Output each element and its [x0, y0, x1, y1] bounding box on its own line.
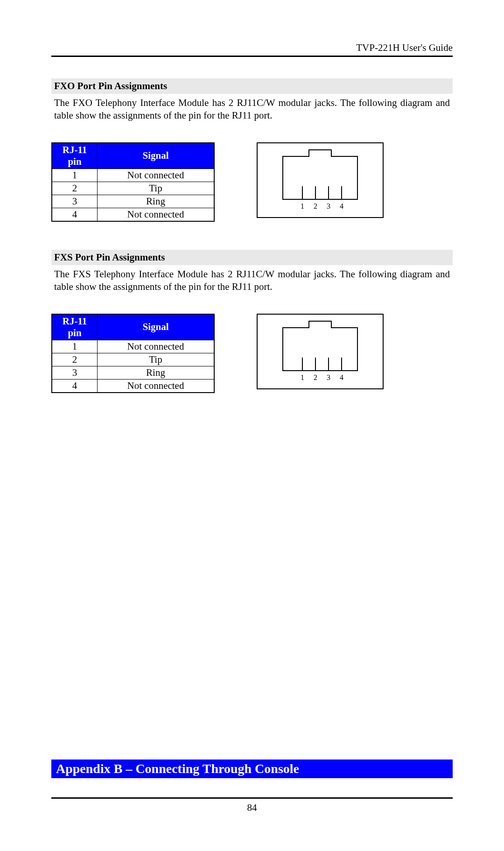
table-row: 2 Tip: [52, 182, 214, 195]
fxs-pin: 4: [52, 379, 98, 393]
bottom-rule: [51, 797, 453, 799]
diagram-pin-label: 1: [301, 202, 304, 210]
fxo-th-pin: RJ-11 pin: [52, 143, 98, 169]
fxs-th-signal: Signal: [98, 314, 215, 340]
fxo-section-title: FXO Port Pin Assignments: [51, 78, 453, 94]
fxo-paragraph: The FXO Telephony Interface Module has 2…: [51, 97, 453, 122]
appendix-title-bar: Appendix B – Connecting Through Console: [51, 760, 453, 778]
table-row: 1 Not connected: [52, 169, 214, 182]
fxo-signal: Ring: [98, 195, 215, 208]
fxo-pin: 4: [52, 208, 98, 221]
fxo-pin: 2: [52, 182, 98, 195]
fxo-pin-table: RJ-11 pin Signal 1 Not connected 2 Tip 3…: [51, 142, 215, 222]
page: TVP-221H User's Guide FXO Port Pin Assig…: [0, 0, 504, 851]
fxs-pin: 2: [52, 353, 98, 366]
fxo-signal: Not connected: [98, 169, 215, 182]
page-number: 84: [0, 802, 504, 814]
fxs-rj11-diagram: 1 2 3 4: [257, 314, 384, 389]
fxs-signal: Tip: [98, 353, 215, 366]
fxs-signal: Ring: [98, 366, 215, 379]
table-row: 1 Not connected: [52, 340, 214, 353]
table-row: 4 Not connected: [52, 208, 214, 221]
diagram-pin-label: 3: [327, 202, 330, 210]
diagram-pin-label: 2: [314, 202, 317, 210]
fxo-pin: 3: [52, 195, 98, 208]
fxs-pin: 3: [52, 366, 98, 379]
fxo-signal: Tip: [98, 182, 215, 195]
fxs-pin-table: RJ-11 pin Signal 1 Not connected 2 Tip 3…: [51, 314, 215, 393]
fxs-paragraph: The FXS Telephony Interface Module has 2…: [51, 268, 453, 293]
fxs-signal: Not connected: [98, 340, 215, 353]
fxs-pin: 1: [52, 340, 98, 353]
top-rule: [51, 56, 453, 57]
diagram-pin-label: 4: [340, 202, 343, 210]
table-row: 2 Tip: [52, 353, 214, 366]
fxo-rj11-diagram: 1 2 3 4: [257, 142, 384, 218]
table-row: 3 Ring: [52, 366, 214, 379]
table-row: 4 Not connected: [52, 379, 214, 393]
fxs-content-row: RJ-11 pin Signal 1 Not connected 2 Tip 3…: [51, 314, 453, 393]
fxs-signal: Not connected: [98, 379, 215, 393]
fxo-content-row: RJ-11 pin Signal 1 Not connected 2 Tip 3…: [51, 142, 453, 222]
diagram-pin-label: 1: [301, 373, 304, 381]
diagram-pin-label: 2: [314, 373, 317, 381]
table-row: 3 Ring: [52, 195, 214, 208]
fxo-signal: Not connected: [98, 208, 215, 221]
diagram-pin-label: 3: [327, 373, 330, 381]
fxo-th-signal: Signal: [98, 143, 215, 169]
running-head: TVP-221H User's Guide: [51, 42, 453, 56]
fxs-th-pin: RJ-11 pin: [52, 314, 98, 340]
fxs-section-title: FXS Port Pin Assignments: [51, 250, 453, 265]
diagram-pin-label: 4: [340, 373, 343, 381]
fxo-pin: 1: [52, 169, 98, 182]
